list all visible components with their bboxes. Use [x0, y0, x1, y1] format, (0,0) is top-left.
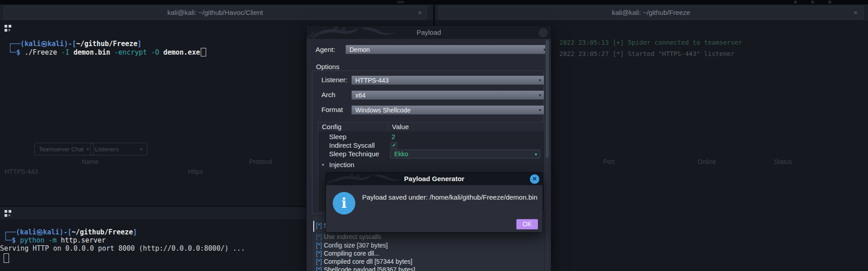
dialog-button-icon[interactable] — [538, 28, 548, 38]
pane-grid-icon: ▾ — [5, 210, 12, 218]
format-dropdown[interactable]: Windows Shellcode ▾ — [351, 105, 544, 115]
format-dropdown-value: Windows Shellcode — [355, 107, 410, 114]
terminal-tabbar: kali@kali: ~/github/Havoc/Client × — [0, 5, 433, 21]
config-row-indirect-syscall[interactable]: Indirect Syscall ✓ — [318, 141, 544, 150]
value-column-header[interactable]: Value — [388, 122, 544, 131]
payload-generator-dialog: Payload Generator ✕ i Payload saved unde… — [326, 172, 543, 233]
console-line: [*] Use indirect syscalls — [316, 233, 381, 240]
ok-button[interactable]: OK — [516, 219, 538, 229]
chevron-down-icon: ▾ — [539, 78, 541, 83]
console-line: [*] Shellcode payload [58367 bytes] — [316, 266, 415, 271]
faded-listener-protocol: Https — [188, 168, 203, 175]
log-star-icon: [*] — [316, 233, 322, 240]
window-control-dot — [811, 0, 814, 4]
command-argument: demon.bin — [74, 48, 110, 56]
tab-close-icon[interactable]: × — [418, 9, 422, 17]
faded-listeners-tab: Listeners × — [90, 143, 147, 155]
agent-dropdown[interactable]: Demon ▾ — [345, 45, 549, 54]
log-star-icon: [*] — [316, 258, 322, 265]
background-menubar-strip — [0, 0, 868, 5]
listener-label: Listener: — [321, 76, 348, 84]
pane-grid-icon: ▾ — [5, 25, 12, 33]
console-line: [*] Compiled core dll [57344 bytes] — [316, 258, 412, 265]
prompt-path: ~/github/Freeze — [76, 40, 137, 48]
collapse-arrow-icon[interactable]: ▾ — [322, 160, 324, 169]
scrollbar-thumb[interactable] — [546, 40, 549, 158]
command-option: -encrypt — [114, 48, 147, 56]
chevron-down-icon: ▾ — [539, 107, 541, 113]
faded-tab-label: Listeners — [95, 146, 119, 153]
faded-column-status: Status — [774, 158, 792, 165]
close-icon[interactable]: ✕ — [530, 174, 539, 184]
arch-label: Arch — [321, 91, 335, 98]
prompt-frame: ┌──( — [4, 228, 20, 236]
prompt-user: kali㉿kali — [24, 40, 64, 48]
config-row-label: Indirect Syscall — [329, 141, 375, 150]
command-option: -I — [61, 48, 69, 56]
console-line-text: Compiled core dll [57344 bytes] — [324, 258, 412, 265]
prompt-frame: ] — [133, 228, 137, 236]
log-star-icon: [*] — [316, 250, 322, 257]
arch-dropdown-value: x64 — [355, 92, 366, 99]
command-option: -m — [48, 236, 57, 244]
payload-dialog: Payload Agent: Demon ▾ Options Listener:… — [306, 25, 552, 271]
arch-dropdown[interactable]: x64 ▾ — [351, 90, 544, 100]
faded-column-port: Port — [603, 158, 615, 165]
dialog-title: Payload Generator — [326, 173, 542, 185]
config-row-injection[interactable]: ▾ Injection — [318, 160, 544, 169]
console-line-text: Config size [307 bytes] — [324, 242, 388, 249]
prompt-user: kali㉿kali — [20, 228, 59, 236]
tab-close-icon[interactable]: × — [854, 9, 858, 17]
terminal-prompt-line: ┌──(kali㉿kali)-[~/github/Freeze] — [4, 228, 137, 236]
payload-dialog-titlebar[interactable]: Payload — [307, 26, 551, 39]
config-row-value: 2 — [392, 132, 395, 141]
faded-tab-label: Teamserver Chat — [39, 146, 84, 153]
tab-title: kali@kali: ~/github/Freeze — [439, 6, 863, 19]
console-line-text: Compiling core dll... — [324, 250, 379, 257]
generator-titlebar[interactable]: Payload Generator ✕ — [326, 173, 542, 185]
agent-dropdown-value: Demon — [349, 46, 370, 53]
terminal-output-line: Serving HTTP on 0.0.0.0 port 8000 (http:… — [0, 244, 245, 252]
chevron-down-icon: ▾ — [535, 152, 537, 157]
faded-column-protocol: Protocol — [249, 158, 272, 165]
prompt-frame: └─$ — [4, 236, 16, 244]
faded-log-line: 2022 23:05:27 [*] Started "HTTPS-443" li… — [559, 50, 735, 58]
log-star-icon: [*] — [316, 242, 322, 249]
faded-teamserver-chat-tab: Teamserver Chat × — [34, 143, 94, 155]
faded-column-name: Name — [82, 158, 99, 165]
dialog-title: Payload — [307, 26, 551, 39]
config-row-sleep-technique[interactable]: Sleep Technique Ekko▾ — [318, 150, 544, 159]
terminal-tabbar: kali@kali: ~/github/Freeze × — [435, 5, 868, 21]
command-option: -O — [151, 48, 159, 56]
listener-dropdown-value: HTTPS-443 — [355, 77, 389, 84]
payload-saved-message: Payload saved under: /home/kali/github/F… — [362, 193, 538, 201]
log-star-icon: [*] — [316, 222, 322, 229]
config-row-label: Sleep Technique — [329, 150, 379, 158]
console-line: [*] Config size [307 bytes] — [316, 242, 388, 249]
checkbox-checked-icon[interactable]: ✓ — [391, 142, 397, 149]
terminal-tab-havoc-client[interactable]: kali@kali: ~/github/Havoc/Client × — [4, 6, 427, 19]
terminal-cursor — [201, 48, 206, 56]
config-row-sleep[interactable]: Sleep 2 — [318, 132, 544, 141]
terminal-tab-freeze[interactable]: kali@kali: ~/github/Freeze × — [439, 6, 863, 19]
dialog-scrollbar[interactable] — [545, 39, 549, 271]
console-caret — [313, 221, 314, 232]
chevron-down-icon: ▾ — [539, 93, 541, 98]
console-line-text: Shellcode payload [58367 bytes] — [324, 266, 415, 271]
faded-column-online: Online — [698, 158, 716, 165]
config-row-label: Injection — [329, 160, 354, 169]
config-column-header[interactable]: Config — [318, 122, 388, 131]
faded-listener-name: HTTPS-443 — [5, 168, 38, 175]
options-label: Options — [316, 63, 340, 70]
format-label: Format — [321, 106, 343, 113]
log-star-icon: [*] — [316, 266, 322, 271]
agent-label: Agent: — [316, 46, 335, 53]
command-binary: python — [20, 236, 44, 244]
desktop: kali@kali: ~/github/Havoc/Client × Teams… — [0, 0, 868, 271]
sleep-technique-dropdown[interactable]: Ekko▾ — [390, 150, 540, 159]
listener-dropdown[interactable]: HTTPS-443 ▾ — [351, 75, 544, 85]
menubar-fragment — [397, 1, 404, 3]
console-line-text: Use indirect syscalls — [324, 233, 381, 240]
terminal-prompt-line: ┌──(kali㉿kali)-[~/github/Freeze] — [8, 40, 142, 48]
command-binary: ./Freeze — [24, 48, 57, 56]
